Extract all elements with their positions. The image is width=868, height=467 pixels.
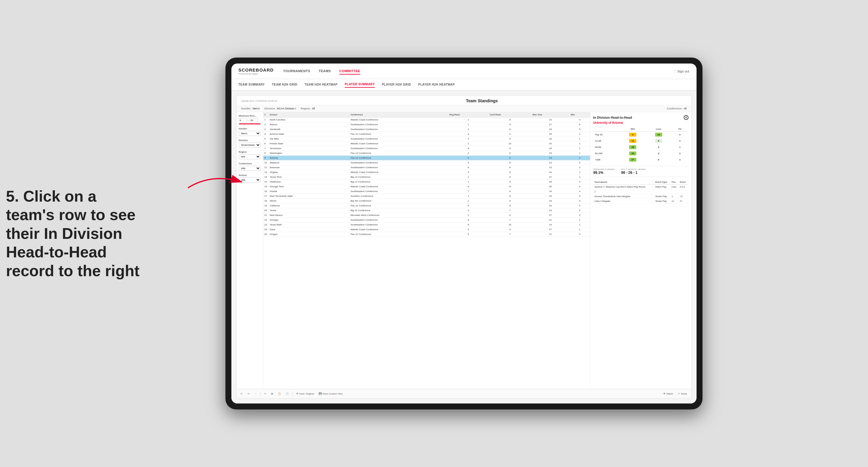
record-label: W-L-T record in -division: xyxy=(621,168,646,170)
table-row[interactable]: 15 Georgia Tech Atlantic Coast Conferenc… xyxy=(263,184,590,189)
table-row[interactable]: 25 Oregon Pac-12 Conference 5 7 21 0 xyxy=(263,232,590,237)
save-custom-button[interactable]: 💾 Save Custom View xyxy=(317,392,344,396)
copy-button[interactable]: ⊞ xyxy=(270,392,274,396)
gender-select[interactable]: Men's xyxy=(239,131,260,136)
school-select[interactable]: (All) xyxy=(239,178,260,183)
cell-rds: 18 xyxy=(531,146,569,151)
sub-nav-team-h2h-heatmap[interactable]: TEAM H2H HEATMAP xyxy=(305,82,338,87)
cell-win: 2 xyxy=(569,165,590,170)
scissors-button[interactable]: ✂ xyxy=(263,392,268,396)
top-nav: SCOREBOARD Powered by clippd TOURNAMENTS… xyxy=(231,64,696,79)
table-row[interactable]: 6 Florida State Atlantic Coast Conferenc… xyxy=(263,142,590,146)
sub-nav-player-h2h-grid[interactable]: PLAYER H2H GRID xyxy=(382,82,411,87)
sub-nav-player-summary[interactable]: PLAYER SUMMARY xyxy=(345,82,375,88)
sub-nav-team-summary[interactable]: TEAM SUMMARY xyxy=(239,82,265,87)
tourn-pos: Loss xyxy=(670,185,678,189)
cell-school: Alabama xyxy=(269,160,349,165)
undo-button[interactable]: ↩ xyxy=(240,392,244,396)
table-row[interactable]: 12 Virginia Atlantic Coast Conference 3 … xyxy=(263,170,590,175)
h2h-range: 26-50 xyxy=(593,144,620,150)
cell-reg-rank: 2 xyxy=(448,151,488,156)
table-row[interactable]: 24 Duke Atlantic Coast Conference 5 9 27… xyxy=(263,227,590,232)
app-panel: Update time: 27/03/2024 16:56:26 Team St… xyxy=(236,95,692,399)
table-row[interactable]: 16 Florida Southeastern Conference 7 9 2… xyxy=(263,189,590,194)
col-reg-rank: Reg Rank xyxy=(448,112,488,118)
cell-num: 15 xyxy=(263,184,269,189)
cell-conference: Pac-12 Conference xyxy=(349,156,448,160)
cell-school: Texas Tech xyxy=(269,175,349,180)
table-row[interactable]: 13 Texas Tech Big 12 Conference 1 9 27 2 xyxy=(263,175,590,180)
save-custom-label: Save Custom View xyxy=(322,393,343,395)
tournament-col-pos: Pos xyxy=(670,180,678,185)
update-time-label: Update time: 27/03/2024 16:56:26 xyxy=(241,100,277,102)
h2h-col-win: Win xyxy=(620,127,646,131)
clock-button[interactable]: 🕐 xyxy=(284,392,290,396)
tourn-pos xyxy=(670,189,678,194)
cell-school: North Carolina xyxy=(269,118,349,122)
table-row[interactable]: 14 Oklahoma Big 12 Conference 1 9 26 2 xyxy=(263,180,590,184)
table-row[interactable]: 19 California Pac-12 Conference 4 8 24 2 xyxy=(263,204,590,208)
h2h-loss-cell: 8 xyxy=(646,138,672,144)
h2h-ranking-table: Win Loss Tie Top 10 3 13 0 11-25 11 8 0 … xyxy=(593,127,688,163)
max-rounds-input[interactable] xyxy=(250,118,258,123)
table-row[interactable]: 22 Georgia Southeastern Conference 8 7 2… xyxy=(263,218,590,222)
h2h-row: >100 27 0 0 xyxy=(593,157,688,163)
cell-conference: Pac-12 Conference xyxy=(349,151,448,156)
h2h-close-button[interactable]: ✕ xyxy=(684,115,688,120)
table-row[interactable]: 1 North Carolina Atlantic Coast Conferen… xyxy=(263,118,590,122)
cell-conf-rank: 9 xyxy=(488,227,531,232)
sub-nav-team-h2h-grid[interactable]: TEAM H2H GRID xyxy=(272,82,297,87)
table-row[interactable]: 17 East Tennessee State Southern Confere… xyxy=(263,194,590,198)
watch-label: Watch xyxy=(666,393,673,395)
nav-teams[interactable]: TEAMS xyxy=(319,68,331,74)
redo-button[interactable]: ↪ xyxy=(246,392,251,396)
h2h-loss-cell: 13 xyxy=(646,131,672,138)
table-row[interactable]: 2 Auburn Southeastern Conference 1 9 27 … xyxy=(263,122,590,127)
cell-conference: Southern Conference xyxy=(349,194,448,198)
paste-button[interactable]: 📋 xyxy=(277,392,282,396)
watch-button[interactable]: 👁 Watch xyxy=(662,392,674,396)
forward-button[interactable]: → xyxy=(253,392,258,396)
sign-out-link[interactable]: Sign out xyxy=(677,69,689,73)
share-button[interactable]: ↗ Share xyxy=(677,392,688,396)
table-row[interactable]: 20 Texas Big 12 Conference 3 7 20 0 xyxy=(263,208,590,213)
cell-win: 2 xyxy=(569,204,590,208)
min-rounds-input[interactable] xyxy=(239,118,247,123)
table-row[interactable]: 21 New Mexico Mountain West Conference 1… xyxy=(263,213,590,218)
table-row[interactable]: 5 Ole Miss Southeastern Conference 3 6 1… xyxy=(263,136,590,142)
undo-icon: ↩ xyxy=(241,393,243,395)
cell-win: 2 xyxy=(569,175,590,180)
h2h-stats: Opponents in division: 99.1% W-L-T recor… xyxy=(593,166,688,177)
cell-num: 10 xyxy=(263,160,269,165)
cell-num: 16 xyxy=(263,189,269,194)
division-select[interactable]: NCAA Division I xyxy=(239,143,260,148)
nav-tournaments[interactable]: TOURNAMENTS xyxy=(283,68,310,74)
table-row[interactable]: 4 Arizona State Pac-12 Conference 4 5 26… xyxy=(263,132,590,136)
conference-select[interactable]: (All) xyxy=(239,166,260,171)
table-row[interactable]: 23 Texas A&M Southeastern Conference 9 1… xyxy=(263,222,590,227)
table-row[interactable]: 18 Illinois Big Ten Conference 1 9 23 3 xyxy=(263,198,590,204)
cell-school: Arizona xyxy=(269,156,349,160)
h2h-row: 51-100 20 3 0 xyxy=(593,150,688,157)
region-select[interactable]: N/A xyxy=(239,154,260,159)
table-row[interactable]: 7 Tennessee Southeastern Conference 4 6 … xyxy=(263,146,590,151)
h2h-row: 26-50 25 2 1 xyxy=(593,144,688,150)
cell-reg-rank: 1 xyxy=(448,180,488,184)
cell-rds: 23 xyxy=(531,160,569,165)
cell-num: 20 xyxy=(263,208,269,213)
nav-committee[interactable]: COMMITTEE xyxy=(339,68,361,74)
table-row[interactable]: 11 Arkansas Southeastern Conference 6 8 … xyxy=(263,165,590,170)
cell-conf-rank: 9 xyxy=(488,198,531,204)
cell-school: Florida xyxy=(269,189,349,194)
table-row[interactable]: 9 Arizona Pac-12 Conference 5 8 23 2 xyxy=(263,156,590,160)
h2h-win-cell: 25 xyxy=(620,144,646,150)
sub-nav-player-h2h-heatmap[interactable]: PLAYER H2H HEATMAP xyxy=(418,82,455,87)
tournament-col-type: Event Type xyxy=(654,180,670,185)
table-row[interactable]: 10 Alabama Southeastern Conference 5 8 2… xyxy=(263,160,590,165)
table-row[interactable]: 3 Vanderbilt Southeastern Conference 2 8… xyxy=(263,127,590,132)
cell-conference: Southeastern Conference xyxy=(349,127,448,132)
cell-rds: 23 xyxy=(531,127,569,132)
view-original-button[interactable]: 👁 View: Original xyxy=(295,392,315,396)
table-row[interactable]: 8 Washington Pac-12 Conference 2 8 23 1 xyxy=(263,151,590,156)
h2h-school: University of Arizona xyxy=(593,121,688,124)
